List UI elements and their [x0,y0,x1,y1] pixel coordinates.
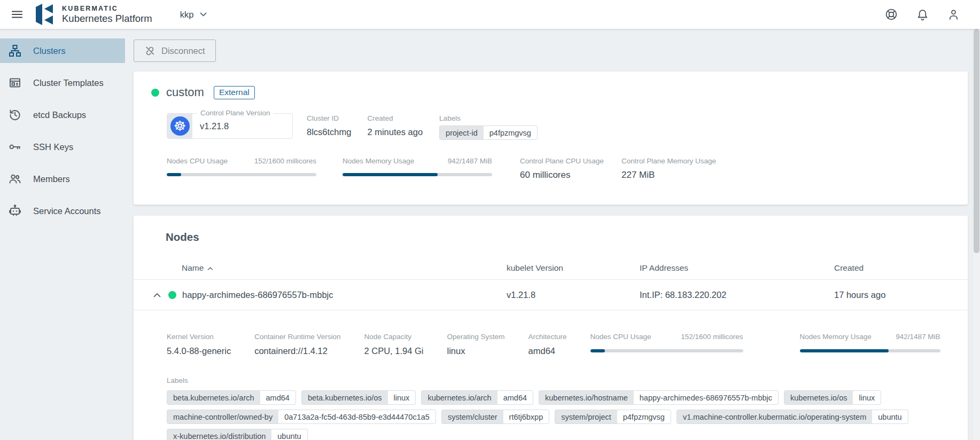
cluster-summary-card: custom External ☸ Control Plane Version … [134,72,968,205]
brand-line2: Kubernetes Platform [62,13,152,25]
top-bar: KUBERMATIC Kubernetes Platform kkp [0,0,980,29]
kubernetes-logo-icon: ☸ [170,116,190,136]
sidebar: Clusters Cluster Templates etcd Backups [0,29,125,440]
label-value: 0a713a2a-fc5d-463d-85b9-e3d44470c1a5 [278,413,435,421]
label-value: p4fpzmgvsg [484,129,537,137]
kubernetes-provider-icon: ☸ [167,114,192,138]
cluster-type-badge: External [214,86,255,99]
labels-column: Labels project-id p4fpzmgvsg [439,114,538,140]
sidebar-item-clusters[interactable]: Clusters [0,38,125,63]
user-menu-button[interactable] [943,4,964,25]
progress-track [590,349,743,352]
operating-system-value: linux [447,346,504,356]
progress-track [343,173,492,176]
sidebar-item-cluster-templates[interactable]: Cluster Templates [0,70,125,95]
cluster-templates-icon [9,76,21,89]
sidebar-item-label: Members [33,174,70,184]
cluster-id-label: Cluster ID [307,114,351,122]
container-runtime-column: Container Runtime Version containerd://1… [254,333,340,356]
ssh-keys-icon [9,140,21,153]
cluster-status-dot [151,89,159,97]
brand-line1: KUBERMATIC [62,5,152,12]
container-runtime-label: Container Runtime Version [254,333,340,341]
node-cpu-usage-value: 152/1600 millicores [681,333,743,341]
architecture-label: Architecture [528,333,567,341]
control-plane-version-label: Control Plane Version [197,109,274,117]
node-label-chip: system/cluster rt6tj6bxpp [441,410,549,424]
label-value: rt6tj6bxpp [503,413,549,421]
node-label-chip: beta.kubernetes.io/os linux [301,390,416,405]
node-kubelet-version: v1.21.8 [507,290,640,300]
sidebar-item-label: Clusters [33,46,66,56]
scrollbar-thumb[interactable] [974,29,979,253]
progress-track [167,173,316,176]
disconnect-button[interactable]: Disconnect [134,40,216,62]
cp-cpu-usage-label: Control Plane CPU Usage [520,157,614,165]
nodes-memory-usage: Nodes Memory Usage 942/1487 MiB [343,157,492,176]
label-key: project-id [440,126,484,139]
sidebar-item-service-accounts[interactable]: Service Accounts [0,199,125,223]
nodes-memory-usage-value: 942/1487 MiB [448,157,492,165]
nodes-cpu-usage-label: Nodes CPU Usage [167,157,228,165]
sort-ascending-icon [207,266,213,271]
main-content: Disconnect custom External ☸ Control Pla… [125,29,980,440]
column-header-name[interactable]: Name [134,263,507,273]
node-cpu-usage: Nodes CPU Usage 152/1600 millicores [590,333,743,352]
node-label-chip: x-kubernetes.io/distribution ubuntu [167,429,308,440]
cp-memory-usage-value: 227 MiB [621,170,716,180]
control-plane-version-value: v1.21.8 [200,121,229,131]
node-label-chip: v1.machine-controller.kubermatic.io/oper… [676,410,908,424]
column-header-created: Created [834,263,968,273]
label-key: v1.machine-controller.kubermatic.io/oper… [677,410,872,423]
node-label-chip: kubernetes.io/os linux [784,390,881,405]
control-plane-cpu-usage: Control Plane CPU Usage 60 millicores [520,157,614,180]
chevron-up-icon [153,293,161,297]
column-header-ip: IP Addresses [640,263,834,273]
node-created: 17 hours ago [834,290,968,300]
sidebar-item-label: Service Accounts [33,206,101,216]
nodes-cpu-usage-value: 152/1600 millicores [254,157,316,165]
collapse-row-button[interactable] [153,293,161,297]
node-ip-addresses: Int.IP: 68.183.220.202 [640,290,834,300]
menu-toggle-button[interactable] [6,4,28,25]
cp-cpu-usage-value: 60 millicores [520,170,614,180]
node-memory-usage-label: Nodes Memory Usage [800,333,872,341]
node-memory-usage: Nodes Memory Usage 942/1487 MiB [800,333,940,352]
node-table-row[interactable]: happy-archimedes-686976557b-mbbjc v1.21.… [134,280,968,310]
help-button[interactable] [881,4,902,25]
node-cpu-usage-label: Nodes CPU Usage [590,333,651,341]
nodes-memory-usage-label: Nodes Memory Usage [343,157,414,165]
cluster-label-chip: project-id p4fpzmgvsg [439,125,538,140]
created-column: Created 2 minutes ago [367,114,423,137]
label-value: p4fpzmgvsg [617,413,671,421]
project-selector[interactable]: kkp [180,10,207,20]
node-capacity-value: 2 CPU, 1.94 Gi [364,346,424,356]
label-key: kubernetes.io/arch [422,391,497,404]
label-value: happy-archimedes-686976557b-mbbjc [634,394,778,402]
service-accounts-icon [9,205,21,217]
project-name: kkp [180,10,194,20]
lifebuoy-icon [884,7,898,21]
control-plane-version-box: ☸ Control Plane Version v1.21.8 [167,113,293,139]
sidebar-item-members[interactable]: Members [0,167,125,191]
node-capacity-column: Node Capacity 2 CPU, 1.94 Gi [364,333,424,356]
node-label-chip: system/project p4fpzmgvsg [555,410,671,424]
brand[interactable]: KUBERMATIC Kubernetes Platform [32,3,152,26]
notifications-button[interactable] [912,4,933,25]
nodes-card: Nodes Name kubelet Version IP Addresses … [134,216,968,440]
sidebar-item-label: etcd Backups [33,110,86,120]
progress-fill [343,173,438,176]
sidebar-item-etcd-backups[interactable]: etcd Backups [0,103,125,127]
sidebar-item-ssh-keys[interactable]: SSH Keys [0,135,125,159]
operating-system-label: Operating System [447,333,504,341]
node-labels-label: Labels [167,376,188,384]
kernel-version-column: Kernel Version 5.4.0-88-generic [167,333,231,356]
column-header-name-label: Name [182,263,204,273]
progress-track [800,349,940,352]
progress-fill [800,349,889,352]
cp-memory-usage-label: Control Plane Memory Usage [621,157,716,165]
sidebar-item-label: SSH Keys [33,142,73,152]
label-key: system/cluster [442,410,503,423]
kernel-version-label: Kernel Version [167,333,231,341]
label-value: amd64 [260,394,295,402]
